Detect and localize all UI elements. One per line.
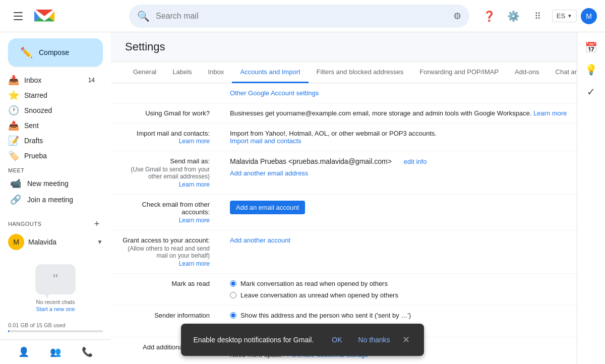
link-icon: 🔗 xyxy=(10,194,21,205)
tab-chat[interactable]: Chat and Meet xyxy=(548,62,577,83)
apps-button[interactable]: ⠿ xyxy=(528,6,548,26)
help-icon: ❓ xyxy=(483,10,496,22)
table-row: Mark as read Mark conversation as read w… xyxy=(111,274,577,306)
calendar-icon[interactable]: 📅 xyxy=(581,37,601,57)
row-label: Send mail as: (Use Gmail to send from yo… xyxy=(111,151,222,195)
leave-conv-radio[interactable] xyxy=(230,292,236,298)
hangout-expand-icon: ▼ xyxy=(97,238,103,246)
add-hangout-button[interactable]: + xyxy=(91,218,103,230)
meet-item-label: New meeting xyxy=(27,179,69,188)
row-value: Add an email account xyxy=(222,195,577,230)
other-account-link[interactable]: Other Google Account settings xyxy=(230,89,319,97)
sidebar-item-new-meeting[interactable]: 📹 New meeting xyxy=(8,175,103,192)
sidebar-item-drafts[interactable]: 📝 Drafts xyxy=(0,133,103,148)
row-label: Mark as read xyxy=(111,274,222,306)
alert-close-button[interactable]: ✕ xyxy=(400,332,412,347)
sidebar-item-label: Prueba xyxy=(24,152,47,160)
sidebar-item-sent[interactable]: 📤 Sent xyxy=(0,118,103,133)
hamburger-button[interactable] xyxy=(8,6,28,26)
search-icon: 🔍 xyxy=(137,10,150,22)
top-bar-left xyxy=(8,6,119,26)
hangouts-header: Hangouts + xyxy=(8,218,103,230)
sidebar-item-label: Inbox xyxy=(24,76,41,84)
add-email-address-link[interactable]: Add another email address xyxy=(230,169,308,177)
send-mail-learn-more[interactable]: Learn more xyxy=(179,181,210,188)
check-email-label: Check email from other accounts: xyxy=(142,201,210,216)
using-gmail-label: Using Gmail for work? xyxy=(145,109,210,117)
hangout-user-name: Malavida xyxy=(28,238,56,246)
mark-as-read-options: Mark conversation as read when opened by… xyxy=(230,280,569,299)
sidebar-item-starred[interactable]: ⭐ Starred xyxy=(0,88,103,103)
row-label: Check email from other accounts: Learn m… xyxy=(111,195,222,230)
tab-accounts[interactable]: Accounts and Import xyxy=(232,62,308,83)
sidebar-item-snoozed[interactable]: 🕐 Snoozed xyxy=(0,103,103,118)
no-chats-text: No recent chats xyxy=(36,298,75,306)
label-icon: 🏷️ xyxy=(8,150,18,161)
send-mail-sub1: (Use Gmail to send from your other email… xyxy=(119,166,210,180)
table-row: Grant access to your account: (Allow oth… xyxy=(111,230,577,274)
sidebar-item-join-meeting[interactable]: 🔗 Join a meeting xyxy=(8,192,103,208)
tab-filters[interactable]: Filters and blocked addresses xyxy=(309,62,412,83)
close-icon: ✕ xyxy=(402,334,410,345)
leave-conv-option[interactable]: Leave conversation as unread when opened… xyxy=(230,291,569,299)
leave-conv-label: Leave conversation as unread when opened… xyxy=(240,291,398,299)
tune-icon[interactable]: ⚙ xyxy=(453,11,461,22)
avatar[interactable]: M xyxy=(581,8,597,24)
tab-labels[interactable]: Labels xyxy=(164,62,200,83)
row-label xyxy=(111,83,222,103)
add-email-wrap: Add another email address xyxy=(230,169,569,177)
tab-addons[interactable]: Add-ons xyxy=(507,62,547,83)
using-gmail-learn-more[interactable]: Learn more xyxy=(533,109,567,117)
edit-info-link[interactable]: edit info xyxy=(404,158,427,165)
search-input[interactable] xyxy=(156,12,447,21)
add-email-account-button[interactable]: Add an email account xyxy=(230,201,305,214)
sidebar-item-label: Sent xyxy=(24,122,39,130)
hangout-user[interactable]: M Malavida ▼ xyxy=(8,232,103,252)
search-input-wrap: 🔍 ⚙ xyxy=(129,5,469,28)
import-mail-contacts-link[interactable]: Import mail and contacts xyxy=(230,137,301,145)
tab-inbox[interactable]: Inbox xyxy=(200,62,232,83)
import-desc: Import from Yahoo!, Hotmail, AOL, or oth… xyxy=(230,130,437,137)
row-value: Malavida Pruebas <pruebas.malavida@gmail… xyxy=(222,151,577,195)
sidebar-item-inbox[interactable]: 📥 Inbox 14 xyxy=(0,73,103,88)
right-panel: 📅 💡 ✓ xyxy=(577,32,605,364)
import-learn-more[interactable]: Learn more xyxy=(179,138,210,145)
help-button[interactable]: ❓ xyxy=(479,6,500,26)
start-new-chat-link[interactable]: Start a new one xyxy=(36,306,75,312)
mark-conv-radio[interactable] xyxy=(230,280,236,287)
apps-icon: ⠿ xyxy=(534,11,541,22)
mark-conv-label: Mark conversation as read when opened by… xyxy=(240,280,388,287)
row-label: Grant access to your account: (Allow oth… xyxy=(111,230,222,274)
import-mail-label: Import mail and contacts: xyxy=(137,130,210,137)
add-another-account-link[interactable]: Add another account xyxy=(230,236,290,244)
sidebar-item-label: Starred xyxy=(24,91,47,99)
row-value: Add another account xyxy=(222,230,577,274)
sidebar-item-label: Drafts xyxy=(24,137,43,145)
clock-icon: 🕐 xyxy=(8,105,18,116)
keep-icon[interactable]: 💡 xyxy=(581,59,601,80)
sidebar-item-prueba[interactable]: 🏷️ Prueba xyxy=(0,148,103,163)
grant-access-sub1: (Allow others to read and send mail on y… xyxy=(119,245,210,259)
send-mail-label: Send mail as: xyxy=(170,157,210,165)
hangouts-section: Hangouts + M Malavida ▼ xyxy=(0,214,111,256)
hangout-avatar: M xyxy=(8,234,24,250)
alert-no-thanks-button[interactable]: No thanks xyxy=(352,332,396,348)
settings-button[interactable]: ⚙️ xyxy=(504,6,524,26)
avatar-letter: M xyxy=(586,12,592,20)
gmail-logo xyxy=(34,9,54,24)
grant-access-learn-more[interactable]: Learn more xyxy=(179,260,210,267)
table-row: Send mail as: (Use Gmail to send from yo… xyxy=(111,151,577,195)
mark-conv-option[interactable]: Mark conversation as read when opened by… xyxy=(230,280,569,287)
alert-text: Enable desktop notifications for Gmail. xyxy=(193,336,314,344)
tasks-icon[interactable]: ✓ xyxy=(581,82,601,102)
tab-forwarding[interactable]: Forwarding and POP/IMAP xyxy=(411,62,507,83)
sub-tab-bar: Settings xyxy=(111,32,577,62)
table-row: Check email from other accounts: Learn m… xyxy=(111,195,577,230)
row-value: Mark conversation as read when opened by… xyxy=(222,274,577,306)
tab-general[interactable]: General xyxy=(125,62,164,83)
alert-ok-button[interactable]: OK xyxy=(326,332,348,348)
compose-button[interactable]: ✏️ Compose xyxy=(8,38,103,67)
send-mail-row: Malavida Pruebas <pruebas.malavida@gmail… xyxy=(230,157,569,165)
check-email-learn-more[interactable]: Learn more xyxy=(179,217,210,224)
language-selector[interactable]: ES ▼ xyxy=(552,10,577,22)
